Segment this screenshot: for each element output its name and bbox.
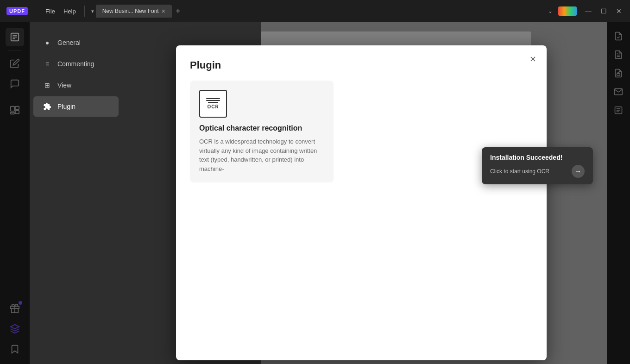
ocr-card-title: Optical character recognition bbox=[199, 124, 324, 132]
dialog-title: Plugin bbox=[190, 59, 533, 71]
settings-nav-view[interactable]: ⊞ View bbox=[33, 75, 119, 95]
tab-dropdown[interactable]: ⌄ bbox=[548, 8, 553, 14]
settings-nav-commenting[interactable]: ≡ Commenting bbox=[33, 54, 119, 74]
ocr-card-description: OCR is a widespread technology to conver… bbox=[199, 137, 324, 173]
tab-add-button[interactable]: + bbox=[176, 6, 181, 16]
plugin-dialog: Plugin ✕ OCR Optical character recogniti… bbox=[176, 45, 547, 360]
ocr-line-3 bbox=[208, 102, 218, 103]
settings-nav-plugin[interactable]: Plugin bbox=[33, 96, 119, 117]
ocr-plugin-card[interactable]: OCR Optical character recognition OCR is… bbox=[190, 81, 334, 182]
toast-notification: Installation Succeeded! Click to start u… bbox=[482, 147, 593, 184]
settings-nav-general-label: General bbox=[57, 39, 81, 46]
tab-close-button[interactable]: × bbox=[162, 7, 165, 15]
toast-body: Click to start using OCR → bbox=[490, 165, 585, 178]
ocr-text-label: OCR bbox=[207, 104, 219, 109]
general-icon: ● bbox=[43, 38, 52, 47]
active-tab[interactable]: New Busin... New Font × bbox=[96, 5, 172, 18]
dialog-close-button[interactable]: ✕ bbox=[526, 53, 539, 66]
titlebar: UPDF File Help ▾ New Busin... New Font ×… bbox=[0, 0, 630, 22]
settings-nav-view-label: View bbox=[57, 82, 71, 89]
app-logo: UPDF bbox=[6, 7, 28, 15]
tab-title: New Busin... New Font bbox=[102, 8, 159, 14]
ocr-lines bbox=[206, 98, 220, 103]
view-icon: ⊞ bbox=[43, 81, 52, 90]
maximize-button[interactable]: ☐ bbox=[598, 6, 610, 16]
ocr-line-2 bbox=[206, 100, 220, 101]
minimize-button[interactable]: — bbox=[582, 6, 594, 16]
close-button[interactable]: ✕ bbox=[613, 6, 624, 16]
ocr-line-1 bbox=[206, 98, 220, 99]
toast-arrow-button[interactable]: → bbox=[572, 165, 585, 178]
promo-icon bbox=[558, 6, 577, 16]
plugin-icon bbox=[43, 102, 52, 111]
commenting-icon: ≡ bbox=[43, 59, 52, 69]
ocr-icon: OCR bbox=[199, 90, 227, 118]
settings-sidebar: ● General ≡ Commenting ⊞ View bbox=[30, 22, 122, 364]
settings-nav-commenting-label: Commenting bbox=[57, 60, 94, 68]
settings-nav-plugin-label: Plugin bbox=[57, 103, 76, 110]
settings-nav-general[interactable]: ● General bbox=[33, 32, 119, 53]
toast-title: Installation Succeeded! bbox=[490, 154, 585, 161]
toast-message: Click to start using OCR bbox=[490, 168, 549, 175]
main-layout: ● General ≡ Commenting ⊞ View bbox=[0, 22, 630, 364]
menu-file[interactable]: File bbox=[45, 8, 55, 15]
menu-help[interactable]: Help bbox=[63, 8, 76, 15]
